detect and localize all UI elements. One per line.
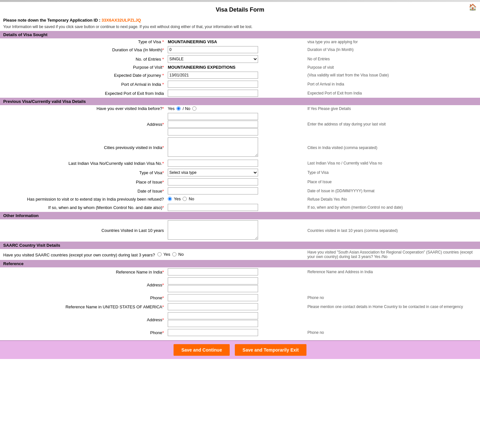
expected-date-row: Expected Date of journey * (Visa validit…	[0, 71, 480, 80]
countries-visited-help: Countries visited in last 10 years (comm…	[305, 219, 480, 242]
duration-label: Duration of Visa (In Month)*	[0, 45, 166, 54]
saarc-visited-row: Have you visited SAARC countries (except…	[0, 249, 480, 260]
type-of-visa-value: MOUNTAINEERING VISA	[166, 38, 305, 45]
required-star: *	[162, 161, 164, 166]
saarc-visited-help: Have you visited "South Asian Associatio…	[305, 249, 480, 260]
saarc-yes-radio[interactable]	[157, 252, 162, 256]
cities-visited-input-cell	[166, 136, 305, 159]
visited-before-label: Have you ever visited India before?*	[0, 105, 166, 112]
required-star: *	[162, 330, 164, 335]
ref-name-india-label: Reference Name in India*	[0, 267, 166, 276]
port-exit-label: Expected Port of Exit from India	[0, 89, 166, 98]
saarc-header: SAARC Country Visit Details	[0, 242, 480, 249]
reference-header: Reference	[0, 260, 480, 267]
no-entries-select[interactable]: SINGLE DOUBLE MULTIPLE	[168, 55, 258, 63]
refused-yes-radio[interactable]	[168, 197, 172, 201]
ref-name-india-input[interactable]	[168, 268, 258, 275]
saarc-no-radio[interactable]	[172, 252, 176, 256]
ref-address-usa-line1[interactable]	[168, 312, 258, 319]
save-continue-button[interactable]: Save and Continue	[174, 344, 230, 356]
last-visa-no-help: Last Indian Visa no / Currently valid Vi…	[305, 159, 480, 168]
date-issue-input-cell	[166, 186, 305, 195]
ref-name-usa-input[interactable]	[168, 303, 258, 310]
visited-yes-radio[interactable]	[176, 106, 181, 111]
no-entries-select-cell: SINGLE DOUBLE MULTIPLE	[166, 54, 305, 64]
port-arrival-input[interactable]	[168, 81, 258, 88]
ref-name-india-row: Reference Name in India* Reference Name …	[0, 267, 480, 276]
ref-phone-usa-input-cell	[166, 328, 305, 337]
button-bar: Save and Continue Save and Temporarily E…	[0, 340, 480, 359]
ref-address-usa-line2[interactable]	[168, 320, 258, 327]
prev-type-visa-row: Type of Visa* Select visa type TOURIST B…	[0, 168, 480, 177]
prev-type-visa-help: Type of Visa	[305, 168, 480, 177]
other-info-header: Other Information	[0, 212, 480, 219]
permission-refused-help: Refuse Details Yes /No	[305, 195, 480, 203]
refused-details-input[interactable]	[168, 204, 258, 211]
purpose-static: MOUNTAINEERING EXPEDITIONS	[168, 65, 235, 70]
place-issue-input-cell	[166, 177, 305, 186]
saarc-table: Have you visited SAARC countries (except…	[0, 249, 480, 260]
temp-id-value: 33X6AX32ULPZLJQ	[102, 18, 141, 23]
permission-refused-radios: Yes No	[166, 195, 305, 203]
required-star: *	[162, 82, 164, 87]
countries-visited-input-cell	[166, 219, 305, 242]
date-issue-input[interactable]	[168, 187, 258, 194]
ref-address-usa-row: Address*	[0, 311, 480, 328]
ref-name-usa-input-cell	[166, 302, 305, 311]
ref-address-india-line2[interactable]	[168, 285, 258, 292]
duration-input-cell	[166, 45, 305, 54]
purpose-value-cell: MOUNTAINEERING EXPEDITIONS	[166, 64, 305, 71]
no-entries-label: No. of Entries *	[0, 54, 166, 64]
prev-type-visa-select[interactable]: Select visa type TOURIST BUSINESS STUDEN…	[168, 169, 258, 176]
other-info-table: Countries Visited in Last 10 years Count…	[0, 219, 480, 242]
yes-label: Yes	[168, 106, 175, 111]
visa-sought-header: Details of Visa Sought	[0, 31, 480, 38]
last-visa-no-input[interactable]	[168, 160, 258, 167]
home-icon[interactable]: 🏠	[469, 3, 477, 11]
ref-address-usa-inputs-cell	[166, 311, 305, 328]
page-title: Visa Details Form	[0, 4, 480, 15]
prev-type-visa-select-cell: Select visa type TOURIST BUSINESS STUDEN…	[166, 168, 305, 177]
required-star: *	[162, 270, 164, 274]
duration-input[interactable]	[168, 46, 258, 53]
expected-date-input[interactable]	[168, 72, 258, 79]
cities-visited-row: Cities previously visited in India* Citi…	[0, 136, 480, 159]
type-of-visa-label: Type of Visa *	[0, 38, 166, 45]
address-line3[interactable]	[168, 128, 258, 135]
ref-phone-usa-row: Phone* Phone no	[0, 328, 480, 337]
ref-phone-india-input[interactable]	[168, 294, 258, 301]
ref-address-india-line1[interactable]	[168, 277, 258, 284]
ref-address-india-inputs	[168, 277, 304, 292]
required-star: *	[162, 180, 164, 184]
save-exit-button[interactable]: Save and Temporarily Exit	[235, 344, 306, 356]
ref-phone-india-row: Phone* Phone no	[0, 293, 480, 302]
countries-visited-textarea[interactable]	[168, 220, 258, 240]
required-star: *	[162, 47, 164, 52]
purpose-help: Purpose of visit	[305, 64, 480, 71]
required-star: *	[162, 145, 164, 150]
port-exit-input[interactable]	[168, 90, 258, 97]
required-star: *	[162, 283, 164, 287]
purpose-label: Purpose of Visit*	[0, 64, 166, 71]
visa-sought-table: Type of Visa * MOUNTAINEERING VISA visa …	[0, 38, 480, 98]
visited-no-radio[interactable]	[192, 106, 196, 111]
ref-phone-india-input-cell	[166, 293, 305, 302]
ref-phone-usa-input[interactable]	[168, 329, 258, 336]
countries-visited-row: Countries Visited in Last 10 years Count…	[0, 219, 480, 242]
ref-phone-india-label: Phone*	[0, 293, 166, 302]
ref-address-india-label: Address*	[0, 276, 166, 293]
ref-phone-india-help: Phone no	[305, 293, 480, 302]
cities-visited-textarea[interactable]	[168, 137, 258, 157]
no-refused-label: No	[189, 196, 194, 201]
cities-visited-label: Cities previously visited in India*	[0, 136, 166, 159]
cities-visited-help: Cities in India visited (comma separated…	[305, 136, 480, 159]
address-line1[interactable]	[168, 113, 258, 120]
port-arrival-help: Port of Arrival in India	[305, 80, 480, 89]
address-line2[interactable]	[168, 121, 258, 128]
place-issue-input[interactable]	[168, 178, 258, 185]
refused-no-radio[interactable]	[183, 197, 187, 201]
temp-id-bar: Please note down the Temporary Applicati…	[0, 16, 480, 24]
radio-group-refused: Yes No	[168, 196, 194, 201]
previous-visa-header: Previous Visa/Currently valid Visa Detai…	[0, 98, 480, 105]
saarc-visited-label: Have you visited SAARC countries (except…	[0, 249, 305, 260]
